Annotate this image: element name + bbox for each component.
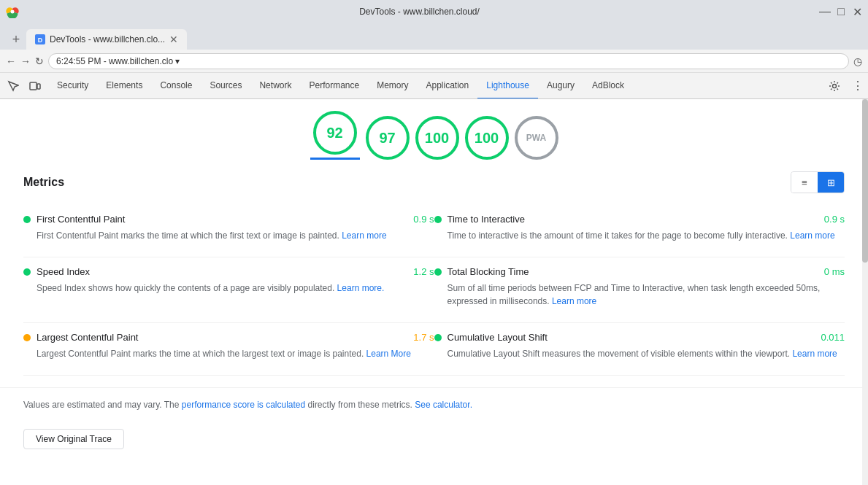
toggle-grid-button[interactable]: ⊞ <box>818 172 844 193</box>
metric-cls-header: Cumulative Layout Shift 0.011 <box>434 332 845 343</box>
metrics-footer: Values are estimated and may vary. The p… <box>0 387 868 461</box>
metric-si-header: Speed Index 1.2 s <box>23 266 434 277</box>
chrome-logo-icon <box>6 5 19 18</box>
metric-cls-value: 0.011 <box>821 332 845 343</box>
metric-tbt-value: 0 ms <box>824 266 845 277</box>
scrollbar-thumb[interactable] <box>862 99 868 263</box>
score-accessibility[interactable]: 97 <box>366 116 410 160</box>
svg-rect-4 <box>30 82 37 90</box>
settings-icon[interactable] <box>824 76 845 96</box>
svg-point-6 <box>833 84 837 88</box>
metric-cls-dot <box>434 334 442 341</box>
metric-si-dot <box>23 268 31 276</box>
refresh-icon[interactable]: ↻ <box>35 55 44 67</box>
metric-tbt: Total Blocking Time 0 ms Sum of all time… <box>434 257 845 323</box>
metric-tti: Time to Interactive 0.9 s Time to intera… <box>434 205 845 257</box>
back-icon[interactable]: ← <box>6 55 16 67</box>
calculator-link[interactable]: See calculator. <box>415 400 472 410</box>
metrics-title: Metrics <box>23 176 64 189</box>
tab-adblock[interactable]: AdBlock <box>583 73 633 99</box>
metric-si: Speed Index 1.2 s Speed Index shows how … <box>23 257 434 323</box>
score-best-practices[interactable]: 100 <box>415 116 459 160</box>
metric-fcp-desc: First Contentful Paint marks the time at… <box>23 229 434 242</box>
metric-fcp: First Contentful Paint 0.9 s First Conte… <box>23 205 434 257</box>
metrics-view-toggle: ≡ ⊞ <box>791 171 845 193</box>
metric-lcp-name: Largest Contentful Paint <box>37 332 138 343</box>
devtools-toolbar: Security Elements Console Sources Networ… <box>0 73 868 99</box>
metric-fcp-header: First Contentful Paint 0.9 s <box>23 214 434 225</box>
lighthouse-panel: 92 97 100 100 PWA <box>0 99 868 485</box>
score-seo-circle: 100 <box>465 116 509 160</box>
metric-tti-value: 0.9 s <box>824 214 845 225</box>
tab-sources[interactable]: Sources <box>201 73 250 99</box>
tab-title: DevTools - www.billchen.clo... <box>50 34 165 44</box>
network-conditions-icon[interactable]: ◷ <box>853 55 862 67</box>
score-pwa-circle: PWA <box>515 116 558 160</box>
restore-button[interactable]: □ <box>836 7 846 17</box>
metric-cls-name: Cumulative Layout Shift <box>448 332 548 343</box>
tab-network[interactable]: Network <box>250 73 300 99</box>
metric-si-name: Speed Index <box>37 266 90 277</box>
new-tab-button[interactable]: + <box>6 29 26 50</box>
browser-tab[interactable]: D DevTools - www.billchen.clo... ✕ <box>26 29 187 50</box>
metric-si-value: 1.2 s <box>413 266 434 277</box>
device-toolbar-icon[interactable] <box>25 76 45 96</box>
close-button[interactable]: ✕ <box>852 7 862 17</box>
view-trace-button[interactable]: View Original Trace <box>23 429 124 449</box>
forward-icon[interactable]: → <box>20 55 31 67</box>
metrics-grid: First Contentful Paint 0.9 s First Conte… <box>23 205 845 376</box>
tab-elements[interactable]: Elements <box>97 73 151 99</box>
metric-cls-desc: Cumulative Layout Shift measures the mov… <box>434 347 845 360</box>
perf-score-link[interactable]: performance score is calculated <box>182 400 305 410</box>
metrics-section: Metrics ≡ ⊞ First Contentful Paint 0.9 s… <box>0 160 868 387</box>
metric-fcp-learn-more[interactable]: Learn more <box>342 230 386 241</box>
tab-security[interactable]: Security <box>48 73 97 99</box>
score-performance-circle: 92 <box>313 111 357 155</box>
tab-augury[interactable]: Augury <box>538 73 583 99</box>
title-bar: DevTools - www.billchen.cloud/ — □ ✕ <box>0 0 868 23</box>
tab-close-icon[interactable]: ✕ <box>169 34 178 45</box>
tab-lighthouse[interactable]: Lighthouse <box>477 73 538 99</box>
metric-tbt-name: Total Blocking Time <box>448 266 529 277</box>
metric-tbt-dot <box>434 268 442 276</box>
score-seo[interactable]: 100 <box>465 116 509 160</box>
metric-tbt-learn-more[interactable]: Learn more <box>552 296 596 306</box>
metric-cls: Cumulative Layout Shift 0.011 Cumulative… <box>434 323 845 376</box>
metric-tti-learn-more[interactable]: Learn more <box>790 230 834 241</box>
toggle-list-button[interactable]: ≡ <box>791 172 818 193</box>
minimize-button[interactable]: — <box>820 7 830 17</box>
metric-fcp-name: First Contentful Paint <box>37 214 125 225</box>
metric-cls-learn-more[interactable]: Learn more <box>792 349 837 359</box>
tab-console[interactable]: Console <box>151 73 201 99</box>
inspect-element-icon[interactable] <box>3 76 23 96</box>
svg-text:D: D <box>38 36 43 44</box>
score-performance[interactable]: 92 <box>310 111 360 160</box>
score-bar: 92 97 100 100 PWA <box>0 99 868 160</box>
tab-memory[interactable]: Memory <box>368 73 417 99</box>
more-tabs-icon[interactable]: ⋮ <box>848 79 868 93</box>
metric-si-desc: Speed Index shows how quickly the conten… <box>23 282 434 295</box>
metric-tti-name: Time to Interactive <box>448 214 525 225</box>
tab-performance[interactable]: Performance <box>300 73 368 99</box>
window-title: DevTools - www.billchen.cloud/ <box>25 7 814 17</box>
metric-lcp-value: 1.7 s <box>413 332 434 343</box>
svg-rect-5 <box>37 84 40 89</box>
score-accessibility-circle: 97 <box>366 116 410 160</box>
devtools-tabs: Security Elements Console Sources Networ… <box>48 73 824 99</box>
metrics-header: Metrics ≡ ⊞ <box>23 171 845 193</box>
scrollbar-track <box>862 99 868 485</box>
metric-lcp-dot <box>23 334 31 341</box>
metric-si-learn-more[interactable]: Learn more. <box>337 283 385 293</box>
window-controls: — □ ✕ <box>820 7 862 17</box>
metric-tti-dot <box>434 216 442 223</box>
score-pwa[interactable]: PWA <box>515 116 558 160</box>
svg-point-1 <box>11 10 15 14</box>
metric-tti-header: Time to Interactive 0.9 s <box>434 214 845 225</box>
metric-lcp-desc: Largest Contentful Paint marks the time … <box>23 347 434 360</box>
address-input[interactable] <box>48 53 849 69</box>
tab-application[interactable]: Application <box>418 73 478 99</box>
metric-tbt-header: Total Blocking Time 0 ms <box>434 266 845 277</box>
metric-tti-desc: Time to interactive is the amount of tim… <box>434 229 845 242</box>
metric-lcp-learn-more[interactable]: Learn More <box>366 349 411 359</box>
metric-fcp-value: 0.9 s <box>413 214 434 225</box>
